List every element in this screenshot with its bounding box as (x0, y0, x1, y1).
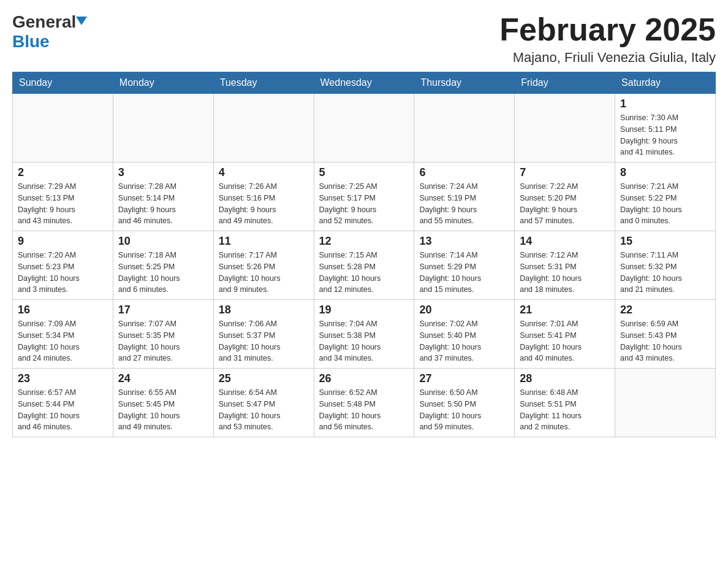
day-number: 1 (620, 98, 710, 110)
calendar-day-cell (615, 369, 716, 437)
calendar-header-saturday: Saturday (615, 72, 716, 94)
location-text: Majano, Friuli Venezia Giulia, Italy (499, 50, 716, 66)
calendar-day-cell: 28Sunrise: 6:48 AM Sunset: 5:51 PM Dayli… (515, 369, 615, 437)
day-info: Sunrise: 6:50 AM Sunset: 5:50 PM Dayligh… (419, 387, 509, 433)
day-number: 15 (620, 235, 710, 248)
logo-chevron-icon (76, 17, 87, 30)
day-info: Sunrise: 7:28 AM Sunset: 5:14 PM Dayligh… (118, 181, 208, 227)
day-info: Sunrise: 7:02 AM Sunset: 5:40 PM Dayligh… (419, 318, 509, 364)
month-title: February 2025 (499, 12, 716, 47)
day-number: 12 (319, 235, 409, 248)
calendar-day-cell: 5Sunrise: 7:25 AM Sunset: 5:17 PM Daylig… (314, 163, 414, 231)
calendar-day-cell: 1Sunrise: 7:30 AM Sunset: 5:11 PM Daylig… (615, 94, 716, 163)
day-info: Sunrise: 7:15 AM Sunset: 5:28 PM Dayligh… (319, 250, 409, 296)
day-info: Sunrise: 7:12 AM Sunset: 5:31 PM Dayligh… (520, 250, 610, 296)
calendar-header-thursday: Thursday (414, 72, 515, 94)
calendar-week-row: 23Sunrise: 6:57 AM Sunset: 5:44 PM Dayli… (13, 369, 716, 437)
calendar-day-cell: 9Sunrise: 7:20 AM Sunset: 5:23 PM Daylig… (13, 231, 113, 300)
svg-marker-0 (76, 17, 87, 25)
day-info: Sunrise: 6:57 AM Sunset: 5:44 PM Dayligh… (18, 387, 108, 433)
day-info: Sunrise: 7:20 AM Sunset: 5:23 PM Dayligh… (18, 250, 108, 296)
day-number: 24 (118, 372, 208, 385)
calendar-day-cell: 18Sunrise: 7:06 AM Sunset: 5:37 PM Dayli… (213, 300, 314, 369)
day-info: Sunrise: 6:54 AM Sunset: 5:47 PM Dayligh… (219, 387, 309, 433)
calendar-day-cell: 20Sunrise: 7:02 AM Sunset: 5:40 PM Dayli… (414, 300, 515, 369)
day-info: Sunrise: 7:24 AM Sunset: 5:19 PM Dayligh… (419, 181, 509, 227)
day-number: 18 (219, 304, 309, 316)
day-number: 7 (520, 166, 610, 179)
day-info: Sunrise: 6:48 AM Sunset: 5:51 PM Dayligh… (520, 387, 610, 433)
calendar-day-cell (13, 94, 113, 163)
calendar-day-cell: 14Sunrise: 7:12 AM Sunset: 5:31 PM Dayli… (515, 231, 615, 300)
calendar-week-row: 2Sunrise: 7:29 AM Sunset: 5:13 PM Daylig… (13, 163, 716, 231)
day-info: Sunrise: 7:14 AM Sunset: 5:29 PM Dayligh… (419, 250, 509, 296)
calendar-day-cell (414, 94, 515, 163)
calendar-day-cell (113, 94, 213, 163)
calendar-day-cell (314, 94, 414, 163)
day-number: 6 (419, 166, 509, 179)
calendar-week-row: 9Sunrise: 7:20 AM Sunset: 5:23 PM Daylig… (13, 231, 716, 300)
calendar-day-cell: 10Sunrise: 7:18 AM Sunset: 5:25 PM Dayli… (113, 231, 213, 300)
day-info: Sunrise: 7:11 AM Sunset: 5:32 PM Dayligh… (620, 250, 710, 296)
calendar-week-row: 16Sunrise: 7:09 AM Sunset: 5:34 PM Dayli… (13, 300, 716, 369)
day-info: Sunrise: 7:07 AM Sunset: 5:35 PM Dayligh… (118, 318, 208, 364)
day-number: 17 (118, 304, 208, 316)
day-number: 11 (219, 235, 309, 248)
calendar-day-cell: 3Sunrise: 7:28 AM Sunset: 5:14 PM Daylig… (113, 163, 213, 231)
calendar-day-cell: 2Sunrise: 7:29 AM Sunset: 5:13 PM Daylig… (13, 163, 113, 231)
day-number: 20 (419, 304, 509, 316)
day-info: Sunrise: 7:04 AM Sunset: 5:38 PM Dayligh… (319, 318, 409, 364)
day-info: Sunrise: 7:25 AM Sunset: 5:17 PM Dayligh… (319, 181, 409, 227)
calendar-week-row: 1Sunrise: 7:30 AM Sunset: 5:11 PM Daylig… (13, 94, 716, 163)
calendar-day-cell: 17Sunrise: 7:07 AM Sunset: 5:35 PM Dayli… (113, 300, 213, 369)
calendar-day-cell: 11Sunrise: 7:17 AM Sunset: 5:26 PM Dayli… (213, 231, 314, 300)
calendar-table: SundayMondayTuesdayWednesdayThursdayFrid… (12, 72, 716, 437)
day-info: Sunrise: 7:21 AM Sunset: 5:22 PM Dayligh… (620, 181, 710, 227)
day-info: Sunrise: 7:17 AM Sunset: 5:26 PM Dayligh… (219, 250, 309, 296)
day-number: 4 (219, 166, 309, 179)
day-number: 19 (319, 304, 409, 316)
day-number: 16 (18, 304, 108, 316)
day-number: 14 (520, 235, 610, 248)
calendar-day-cell: 8Sunrise: 7:21 AM Sunset: 5:22 PM Daylig… (615, 163, 716, 231)
day-info: Sunrise: 6:55 AM Sunset: 5:45 PM Dayligh… (118, 387, 208, 433)
calendar-day-cell: 24Sunrise: 6:55 AM Sunset: 5:45 PM Dayli… (113, 369, 213, 437)
day-number: 5 (319, 166, 409, 179)
day-number: 23 (18, 372, 108, 385)
day-info: Sunrise: 7:29 AM Sunset: 5:13 PM Dayligh… (18, 181, 108, 227)
calendar-day-cell: 13Sunrise: 7:14 AM Sunset: 5:29 PM Dayli… (414, 231, 515, 300)
day-number: 21 (520, 304, 610, 316)
day-info: Sunrise: 7:18 AM Sunset: 5:25 PM Dayligh… (118, 250, 208, 296)
day-info: Sunrise: 6:52 AM Sunset: 5:48 PM Dayligh… (319, 387, 409, 433)
day-number: 10 (118, 235, 208, 248)
logo-general-text: General (12, 12, 76, 32)
day-number: 2 (18, 166, 108, 179)
page-header: General Blue February 2025 Majano, Friul… (12, 12, 716, 66)
day-number: 13 (419, 235, 509, 248)
calendar-day-cell: 22Sunrise: 6:59 AM Sunset: 5:43 PM Dayli… (615, 300, 716, 369)
day-number: 27 (419, 372, 509, 385)
day-info: Sunrise: 7:01 AM Sunset: 5:41 PM Dayligh… (520, 318, 610, 364)
calendar-day-cell: 27Sunrise: 6:50 AM Sunset: 5:50 PM Dayli… (414, 369, 515, 437)
calendar-day-cell: 7Sunrise: 7:22 AM Sunset: 5:20 PM Daylig… (515, 163, 615, 231)
day-info: Sunrise: 7:26 AM Sunset: 5:16 PM Dayligh… (219, 181, 309, 227)
logo-blue-text: Blue (12, 32, 50, 51)
day-number: 9 (18, 235, 108, 248)
calendar-day-cell: 12Sunrise: 7:15 AM Sunset: 5:28 PM Dayli… (314, 231, 414, 300)
calendar-day-cell: 15Sunrise: 7:11 AM Sunset: 5:32 PM Dayli… (615, 231, 716, 300)
calendar-day-cell (213, 94, 314, 163)
day-number: 22 (620, 304, 710, 316)
calendar-header-wednesday: Wednesday (314, 72, 414, 94)
day-number: 25 (219, 372, 309, 385)
day-info: Sunrise: 6:59 AM Sunset: 5:43 PM Dayligh… (620, 318, 710, 364)
day-number: 8 (620, 166, 710, 179)
day-number: 26 (319, 372, 409, 385)
day-info: Sunrise: 7:30 AM Sunset: 5:11 PM Dayligh… (620, 112, 710, 158)
calendar-day-cell: 25Sunrise: 6:54 AM Sunset: 5:47 PM Dayli… (213, 369, 314, 437)
calendar-day-cell (515, 94, 615, 163)
day-number: 3 (118, 166, 208, 179)
calendar-header-sunday: Sunday (13, 72, 113, 94)
calendar-header-row: SundayMondayTuesdayWednesdayThursdayFrid… (13, 72, 716, 94)
calendar-day-cell: 21Sunrise: 7:01 AM Sunset: 5:41 PM Dayli… (515, 300, 615, 369)
calendar-day-cell: 16Sunrise: 7:09 AM Sunset: 5:34 PM Dayli… (13, 300, 113, 369)
